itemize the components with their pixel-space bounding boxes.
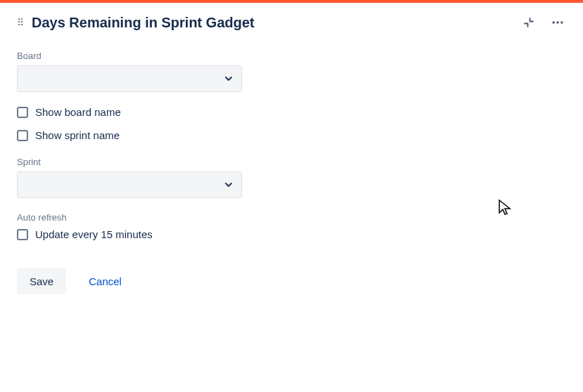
- chevron-down-icon: [223, 179, 234, 190]
- sprint-field: Sprint: [17, 157, 566, 198]
- board-field: Board: [17, 51, 566, 92]
- show-sprint-name-label: Show sprint name: [35, 129, 120, 141]
- board-label: Board: [17, 51, 566, 61]
- show-board-name-label: Show board name: [35, 106, 121, 118]
- drag-handle-icon[interactable]: ⠿: [17, 18, 25, 27]
- gadget-header: ⠿ Days Remaining in Sprint Gadget: [17, 14, 566, 31]
- minimize-icon: [523, 16, 535, 29]
- minimize-button[interactable]: [521, 15, 537, 30]
- board-select[interactable]: [17, 65, 242, 92]
- auto-refresh-label: Auto refresh: [17, 212, 566, 223]
- gadget-header-actions: [521, 14, 566, 31]
- gadget-header-left: ⠿ Days Remaining in Sprint Gadget: [17, 15, 255, 31]
- chevron-down-icon: [223, 73, 234, 84]
- auto-refresh-field: Auto refresh Update every 15 minutes: [17, 212, 566, 240]
- auto-refresh-checkbox[interactable]: [17, 229, 28, 240]
- more-actions-button[interactable]: [549, 14, 566, 31]
- show-board-name-checkbox[interactable]: [17, 107, 28, 118]
- more-horizontal-icon: [551, 15, 565, 30]
- svg-point-1: [556, 21, 558, 23]
- form-actions: Save Cancel: [17, 268, 566, 294]
- svg-point-0: [553, 21, 555, 23]
- show-board-name-row: Show board name: [17, 106, 566, 118]
- show-sprint-name-checkbox[interactable]: [17, 130, 28, 141]
- sprint-select[interactable]: [17, 171, 242, 198]
- gadget-config-panel: ⠿ Days Remaining in Sprint Gadget Board: [0, 3, 583, 311]
- cancel-button[interactable]: Cancel: [86, 268, 124, 294]
- save-button[interactable]: Save: [17, 268, 66, 294]
- auto-refresh-option-label: Update every 15 minutes: [35, 228, 153, 240]
- auto-refresh-option-row: Update every 15 minutes: [17, 228, 566, 240]
- gadget-title: Days Remaining in Sprint Gadget: [32, 15, 255, 31]
- svg-point-2: [560, 21, 563, 23]
- sprint-label: Sprint: [17, 157, 566, 167]
- show-sprint-name-row: Show sprint name: [17, 129, 566, 141]
